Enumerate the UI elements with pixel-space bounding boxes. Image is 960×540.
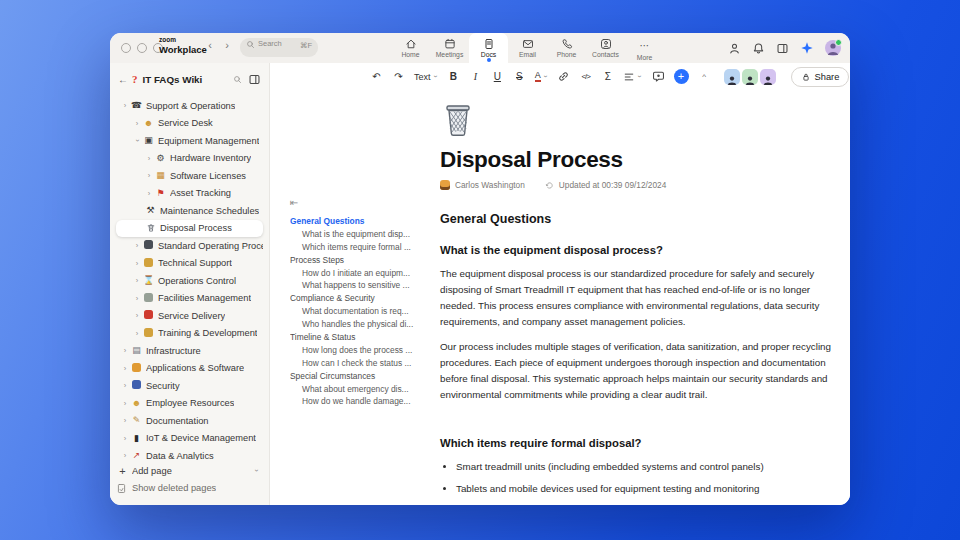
nav-back-button[interactable]: ‹ bbox=[203, 39, 217, 51]
item-label: Asset Tracking bbox=[170, 188, 231, 198]
chevron-right-icon[interactable]: › bbox=[120, 434, 130, 443]
chevron-right-icon[interactable]: › bbox=[144, 154, 154, 163]
sidebar-item-training-development[interactable]: ›Training & Development bbox=[116, 325, 263, 343]
sidebar-item-service-delivery[interactable]: ›Service Delivery bbox=[116, 307, 263, 325]
outline-section[interactable]: Special Circumstances bbox=[290, 370, 442, 383]
search-input[interactable]: Search ⌘F bbox=[240, 38, 318, 57]
document-body[interactable]: Disposal Process Carlos Washington Updat… bbox=[440, 90, 832, 505]
strikethrough-button[interactable]: S bbox=[513, 69, 526, 85]
sidebar-item-technical-support[interactable]: ›Technical Support bbox=[116, 255, 263, 273]
ai-companion-icon[interactable] bbox=[800, 41, 814, 55]
sidebar-item-applications-software[interactable]: ›Applications & Software bbox=[116, 360, 263, 378]
chevron-right-icon[interactable]: › bbox=[120, 399, 130, 408]
chevron-right-icon[interactable]: › bbox=[132, 259, 142, 268]
sidebar-item-operations-control[interactable]: ›⌛Operations Control bbox=[116, 272, 263, 290]
sidebar-item-standard-operating-procedures[interactable]: ›Standard Operating Procedures bbox=[116, 237, 263, 255]
chevron-right-icon[interactable]: › bbox=[120, 101, 130, 110]
text-style-dropdown[interactable]: Text › bbox=[414, 72, 436, 82]
link-button[interactable] bbox=[557, 69, 570, 85]
sidebar-collapse-icon[interactable] bbox=[248, 73, 261, 86]
collaborator-avatar-2[interactable] bbox=[742, 69, 758, 85]
sidebar-item-software-licenses[interactable]: ›▦Software Licenses bbox=[116, 167, 263, 185]
equation-button[interactable]: Σ bbox=[601, 69, 614, 85]
sidebar-item-documentation[interactable]: ›✎Documentation bbox=[116, 412, 263, 430]
chevron-right-icon[interactable]: › bbox=[132, 329, 142, 338]
sidebar-item-asset-tracking[interactable]: ›⚑Asset Tracking bbox=[116, 185, 263, 203]
item-icon bbox=[142, 240, 155, 251]
sidebar-item-security[interactable]: ›Security bbox=[116, 377, 263, 395]
bold-button[interactable]: B bbox=[447, 69, 460, 85]
sidebar-item-service-desk[interactable]: ›☻Service Desk bbox=[116, 115, 263, 133]
redo-button[interactable]: ↷ bbox=[392, 69, 405, 85]
tab-more[interactable]: ⋯More bbox=[625, 33, 664, 63]
tab-contacts[interactable]: Contacts bbox=[586, 33, 625, 63]
outline-question[interactable]: What documentation is req... bbox=[290, 305, 442, 318]
panel-toggle-icon[interactable] bbox=[776, 42, 789, 55]
chevron-right-icon[interactable]: › bbox=[120, 346, 130, 355]
collaborator-avatar-3[interactable] bbox=[760, 69, 776, 85]
collaborator-avatar-1[interactable] bbox=[724, 69, 740, 85]
outline-question[interactable]: Who handles the physical di... bbox=[290, 318, 442, 331]
chevron-right-icon[interactable]: › bbox=[132, 241, 142, 250]
outline-section[interactable]: Compliance & Security bbox=[290, 292, 442, 305]
sidebar-item-equipment-management[interactable]: ›▣Equipment Management bbox=[116, 132, 263, 150]
underline-button[interactable]: U bbox=[491, 69, 504, 85]
add-page-button[interactable]: + Add page › bbox=[116, 462, 263, 480]
code-button[interactable]: </> bbox=[579, 69, 592, 85]
show-deleted-pages-button[interactable]: Show deleted pages bbox=[116, 480, 263, 498]
text-color-dropdown[interactable]: A › bbox=[535, 71, 546, 82]
chevron-right-icon[interactable]: › bbox=[120, 364, 130, 373]
chevron-right-icon[interactable]: › bbox=[132, 294, 142, 303]
chevron-right-icon[interactable]: › bbox=[120, 416, 130, 425]
undo-button[interactable]: ↶ bbox=[370, 69, 383, 85]
outline-section[interactable]: Timeline & Status bbox=[290, 331, 442, 344]
tab-meetings[interactable]: Meetings bbox=[430, 33, 469, 63]
sidebar-back-button[interactable]: ← bbox=[118, 74, 128, 85]
comment-button[interactable] bbox=[652, 69, 665, 85]
tab-email[interactable]: Email bbox=[508, 33, 547, 63]
list-format-dropdown[interactable]: › bbox=[623, 71, 640, 83]
insert-plus-button[interactable]: + bbox=[674, 69, 689, 84]
account-avatar[interactable] bbox=[825, 40, 841, 56]
chevron-right-icon[interactable]: › bbox=[144, 189, 154, 198]
outline-question[interactable]: What is the equipment disp... bbox=[290, 228, 442, 241]
outline-question[interactable]: How do I initiate an equipm... bbox=[290, 267, 442, 280]
share-button[interactable]: Share bbox=[791, 67, 850, 87]
italic-button[interactable]: I bbox=[469, 69, 482, 85]
tab-docs[interactable]: Docs bbox=[469, 33, 508, 63]
sidebar-item-support-operations[interactable]: ›☎Support & Operations bbox=[116, 97, 263, 115]
sidebar-item-infrastructure[interactable]: ›▤Infrastructure bbox=[116, 342, 263, 360]
profile-icon[interactable] bbox=[728, 42, 741, 55]
chevron-right-icon[interactable]: › bbox=[132, 311, 142, 320]
chevron-right-icon[interactable]: › bbox=[120, 381, 130, 390]
notifications-bell-icon[interactable] bbox=[752, 42, 765, 55]
tab-home[interactable]: Home bbox=[391, 33, 430, 63]
outline-collapse-icon[interactable]: ⇤ bbox=[290, 197, 442, 208]
sidebar-search-icon[interactable] bbox=[233, 75, 242, 84]
sidebar-item-hardware-inventory[interactable]: ›⚙Hardware Inventory bbox=[116, 150, 263, 168]
sidebar-item-data-analytics[interactable]: ›↗Data & Analytics bbox=[116, 447, 263, 460]
close-window-button[interactable] bbox=[121, 43, 131, 53]
sidebar-item-disposal-process[interactable]: Disposal Process bbox=[116, 220, 263, 238]
outline-question[interactable]: How can I check the status ... bbox=[290, 357, 442, 370]
outline-question[interactable]: What happens to sensitive ... bbox=[290, 279, 442, 292]
outline-question[interactable]: What about emergency dis... bbox=[290, 383, 442, 396]
tab-phone[interactable]: Phone bbox=[547, 33, 586, 63]
sidebar-item-iot-device-management[interactable]: ›▮IoT & Device Management bbox=[116, 430, 263, 448]
sidebar-item-facilities-management[interactable]: ›Facilities Management bbox=[116, 290, 263, 308]
chevron-down-icon[interactable]: › bbox=[133, 136, 142, 146]
outline-question[interactable]: Which items require formal ... bbox=[290, 241, 442, 254]
outline-question[interactable]: How long does the process ... bbox=[290, 344, 442, 357]
chevron-right-icon[interactable]: › bbox=[120, 451, 130, 460]
sidebar-item-maintenance-schedules[interactable]: ⚒Maintenance Schedules bbox=[116, 202, 263, 220]
collapse-toolbar-button[interactable]: ^ bbox=[698, 69, 711, 85]
outline-question[interactable]: How do we handle damage... bbox=[290, 395, 442, 408]
chevron-right-icon[interactable]: › bbox=[144, 171, 154, 180]
nav-forward-button[interactable]: › bbox=[220, 39, 234, 51]
chevron-right-icon[interactable]: › bbox=[132, 276, 142, 285]
minimize-window-button[interactable] bbox=[137, 43, 147, 53]
chevron-right-icon[interactable]: › bbox=[132, 119, 142, 128]
outline-section[interactable]: Process Steps bbox=[290, 254, 442, 267]
sidebar-item-employee-resources[interactable]: ›☻Employee Resources bbox=[116, 395, 263, 413]
outline-section[interactable]: General Questions bbox=[290, 215, 442, 228]
